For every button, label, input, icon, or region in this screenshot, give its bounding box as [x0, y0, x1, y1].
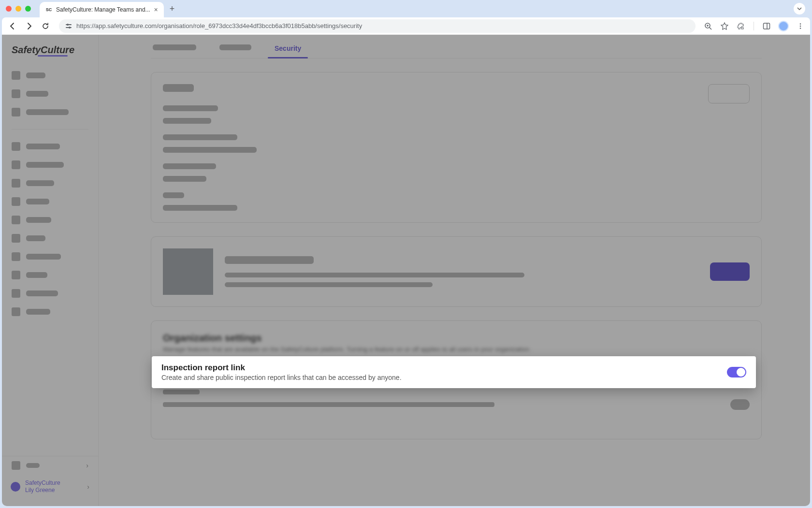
setting-description: Create and share public inspection repor… — [161, 374, 727, 381]
bookmark-icon[interactable] — [720, 21, 729, 31]
app-root: SafetyCulture — [2, 35, 810, 506]
svg-point-11 — [800, 25, 801, 27]
settings-panel — [151, 236, 762, 307]
sidebar-item[interactable] — [2, 247, 98, 266]
sidebar-nav-top — [2, 63, 98, 124]
page-viewport: SafetyCulture — [2, 35, 810, 506]
settings-tab[interactable] — [218, 41, 253, 58]
traffic-lights — [6, 6, 31, 12]
back-button[interactable] — [7, 20, 18, 32]
org-settings-title: Organization settings — [163, 333, 750, 344]
menu-icon[interactable] — [796, 21, 805, 31]
site-settings-icon[interactable] — [65, 22, 72, 30]
setting-toggle-placeholder[interactable] — [730, 399, 750, 410]
browser-tab-strip: SC SafetyCulture: Manage Teams and... × … — [0, 0, 812, 17]
svg-point-3 — [69, 27, 71, 29]
sidebar-item[interactable] — [2, 85, 98, 103]
close-window-button[interactable] — [6, 6, 12, 12]
org-settings-subtitle: Manage features that are available on th… — [163, 346, 750, 353]
user-name: Lily Greene — [25, 487, 60, 494]
sidebar: SafetyCulture — [2, 35, 99, 506]
sidebar-user-item[interactable]: SafetyCulture Lily Greene › — [2, 475, 98, 499]
main-content: Security — [99, 35, 810, 506]
svg-rect-8 — [764, 23, 770, 29]
toolbar-divider — [754, 22, 754, 30]
sidebar-item[interactable] — [2, 66, 98, 85]
toolbar-right — [703, 21, 805, 31]
zoom-icon[interactable] — [703, 21, 713, 31]
svg-line-5 — [710, 28, 711, 29]
sidebar-item[interactable] — [2, 103, 98, 121]
settings-panel — [151, 72, 762, 223]
chevron-down-icon — [797, 6, 802, 11]
maximize-window-button[interactable] — [25, 6, 31, 12]
toggle-knob — [737, 368, 745, 377]
url-text: https://app.safetyculture.com/organisati… — [76, 22, 690, 29]
arrow-right-icon — [25, 22, 33, 30]
user-info: SafetyCulture Lily Greene — [25, 479, 60, 494]
arrow-left-icon — [9, 22, 16, 30]
sidepanel-icon[interactable] — [762, 21, 771, 31]
browser-tab[interactable]: SC SafetyCulture: Manage Teams and... × — [40, 2, 164, 17]
minimize-window-button[interactable] — [15, 6, 21, 12]
sidebar-item[interactable] — [2, 137, 98, 156]
sidebar-item[interactable] — [2, 229, 98, 247]
tab-title: SafetyCulture: Manage Teams and... — [56, 6, 150, 13]
setting-title: Inspection report link — [161, 363, 727, 373]
inspection-report-link-setting: Inspection report link Create and share … — [152, 356, 756, 388]
tab-close-icon[interactable]: × — [154, 6, 158, 14]
sidebar-bottom: › SafetyCulture Lily Greene › — [2, 456, 98, 499]
forward-button[interactable] — [23, 20, 35, 32]
user-org: SafetyCulture — [25, 479, 60, 487]
sidebar-item[interactable] — [2, 303, 98, 321]
svg-point-10 — [800, 23, 801, 25]
sidebar-item[interactable] — [2, 211, 98, 229]
extensions-icon[interactable] — [736, 21, 746, 31]
settings-tabs: Security — [151, 35, 762, 58]
browser-toolbar: https://app.safetyculture.com/organisati… — [2, 17, 810, 35]
settings-tab[interactable] — [151, 41, 198, 58]
sidebar-item[interactable] — [2, 156, 98, 174]
svg-point-2 — [67, 24, 69, 26]
user-avatar-icon — [11, 482, 20, 492]
sidebar-item[interactable] — [2, 284, 98, 303]
app-logo[interactable]: SafetyCulture — [2, 42, 98, 63]
inspection-report-link-toggle[interactable] — [727, 367, 746, 377]
svg-point-12 — [800, 28, 801, 29]
chevron-right-icon: › — [87, 483, 89, 491]
reload-icon — [42, 22, 49, 30]
sidebar-nav-main — [2, 134, 98, 324]
address-bar[interactable]: https://app.safetyculture.com/organisati… — [59, 19, 696, 33]
settings-tab-security[interactable]: Security — [273, 41, 303, 58]
chevron-right-icon: › — [86, 462, 88, 469]
reload-button[interactable] — [40, 20, 51, 32]
panel-image-placeholder — [163, 248, 213, 295]
new-tab-button[interactable]: + — [170, 4, 175, 14]
sidebar-item[interactable] — [2, 174, 98, 192]
panel-primary-button[interactable] — [710, 262, 750, 281]
tab-favicon: SC — [45, 6, 52, 13]
sidebar-bottom-item[interactable]: › — [2, 456, 98, 475]
sidebar-divider — [12, 129, 88, 130]
sidebar-item[interactable] — [2, 266, 98, 284]
panel-action-button[interactable] — [708, 84, 750, 103]
sidebar-item[interactable] — [2, 192, 98, 211]
profile-avatar-button[interactable] — [778, 21, 789, 31]
tabs-overflow-button[interactable] — [794, 3, 805, 15]
